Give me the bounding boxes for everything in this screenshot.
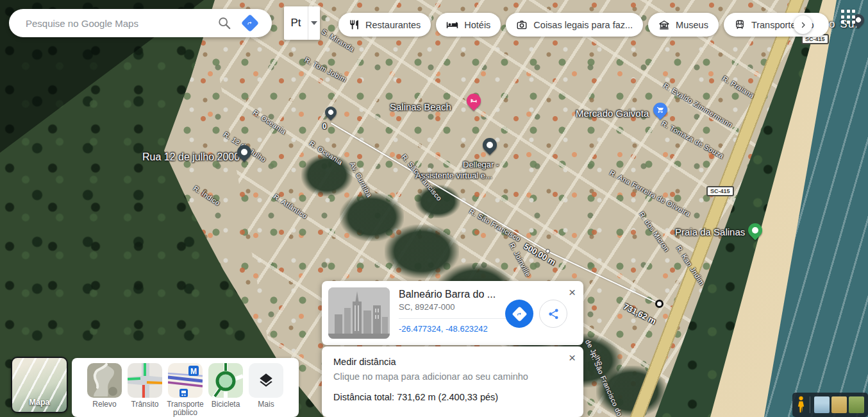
svg-text:M: M [190,367,197,376]
directions-button[interactable] [237,10,263,36]
hotel-icon [446,19,458,31]
bed-icon [467,94,481,108]
layer-item-traffic[interactable]: Trânsito [125,363,165,417]
chip-museums[interactable]: Museus [648,13,719,37]
chevron-down-icon [311,21,317,25]
chip-label: Museus [676,20,708,30]
restaurant-icon [349,19,360,30]
imagery-thumbnail-sand[interactable] [831,396,847,413]
place-photo-placeholder[interactable] [328,287,390,339]
language-button[interactable]: Pt [284,17,308,30]
divider [810,396,810,413]
imagery-thumbnail-sky[interactable] [814,396,830,413]
chips-scroll-right-button[interactable] [794,15,812,34]
chip-public-transit[interactable]: Transporte púb [724,13,829,37]
imagery-thumbnails [814,396,864,413]
more-layers-thumbnail [249,363,283,398]
transit-thumbnail: M [168,363,203,398]
layer-label: Mais [258,400,274,409]
directions-icon [512,306,527,321]
layer-item-terrain[interactable]: Relevo [85,363,124,417]
directions-to-place-button[interactable] [505,300,533,328]
terrain-thumbnail [87,363,122,398]
camera-icon [516,19,528,31]
language-selector: Pt [284,6,320,40]
bicycling-thumbnail [208,363,243,398]
chip-hotels[interactable]: Hotéis [436,13,501,37]
place-info-card: Balneário Barra do ... SC, 89247-000 -26… [322,281,583,345]
tree-patch [301,154,353,196]
language-dropdown-button[interactable] [308,6,320,40]
place-card-close-button[interactable]: × [567,285,577,300]
layer-item-more[interactable]: Mais [246,363,286,417]
search-icon [217,16,231,30]
chip-restaurants[interactable]: Restaurantes [338,13,431,37]
layer-label: Trânsito [131,400,159,409]
google-maps-app: 500,00 m 731,62 m 0 S. Miranda R. Tom Jo… [0,0,868,417]
city-skyline-icon [328,287,390,339]
measure-distance-card: Medir distância Clique no mapa para adic… [322,346,583,417]
street-view-bar [792,393,868,417]
transit-icon [734,19,746,31]
measure-card-close-button[interactable]: × [567,350,577,365]
search-button[interactable] [212,10,237,36]
traffic-thumbnail [128,363,162,398]
share-icon [547,308,560,320]
search-bar [9,9,272,37]
road-shield-sc415: SC-415 [706,186,734,196]
measure-hint: Clique no mapa para adicionar ao seu cam… [333,371,572,382]
layers-icon [258,372,274,389]
poi-label-dellegar-line2[interactable]: Assistente virtual e... [415,171,492,180]
layer-label: Bicicleta [212,400,240,409]
poi-label-salinas-beach[interactable]: Salinas Beach [390,101,451,112]
search-input[interactable] [24,17,212,30]
chip-label: Coisas legais para faz... [533,20,633,30]
poi-label-praia-da-salinas[interactable]: Praia da Salinas [675,226,745,237]
layers-panel: Relevo Trânsito M [72,358,299,417]
museum-icon [658,19,670,31]
layer-item-bicycling[interactable]: Bicicleta [206,363,246,417]
place-title: Balneário Barra do ... [399,289,518,300]
map-mode-toggle[interactable]: Mapa [11,357,68,413]
place-card-actions [505,300,567,328]
directions-icon [241,14,259,32]
google-apps-grid-icon[interactable] [841,10,855,24]
shopping-pin-mercado-gaivota[interactable] [650,99,670,119]
measure-total-distance: Distância total: 731,62 m (2.400,33 pés) [333,392,572,402]
chip-things-to-do[interactable]: Coisas legais para faz... [506,13,643,37]
pegman-icon[interactable] [796,395,806,414]
layer-label: Relevo [92,400,116,409]
poi-label-rua-12-julho[interactable]: Rua 12 de julho 2000 [142,151,240,163]
hotel-pin-salinas-beach[interactable] [463,90,483,110]
cart-icon [653,103,667,117]
share-button[interactable] [539,300,567,328]
chip-label: Hotéis [464,20,490,30]
chevron-right-icon [799,21,807,29]
measure-end-dot[interactable] [655,300,664,308]
imagery-thumbnail-grass[interactable] [849,396,864,413]
poi-label-dellegar-line1[interactable]: Dellegar - [463,160,499,169]
layer-item-transit[interactable]: M Transporte público [165,363,205,417]
chip-label: Restaurantes [365,20,421,30]
category-chips: Restaurantes Hotéis Coisas legais para f… [338,13,829,37]
measure-title: Medir distância [333,357,572,367]
poi-label-mercado-gaivota[interactable]: Mercado Gaivota [576,108,649,119]
layer-label: Transporte público [165,400,205,417]
map-mode-label: Mapa [12,398,67,407]
measure-start-label: 0 [322,122,327,131]
